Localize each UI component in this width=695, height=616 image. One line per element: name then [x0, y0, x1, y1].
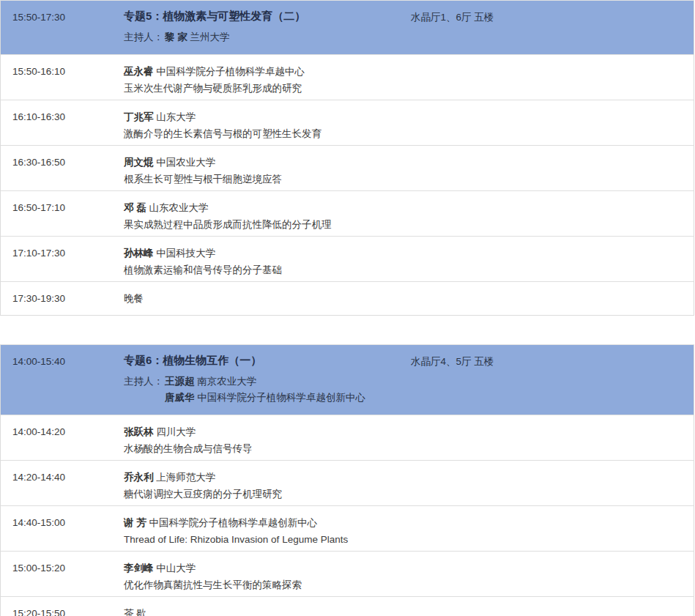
speaker-name: 谢 芳	[124, 517, 146, 528]
row-speaker-line: 乔永利 上海师范大学	[124, 470, 411, 485]
talk-title: 玉米次生代谢产物与硬质胚乳形成的研究	[124, 81, 411, 96]
host-affiliation: 南京农业大学	[197, 376, 256, 387]
row-speaker-line: 晚餐	[124, 292, 411, 306]
speaker-affiliation: 中国农业大学	[156, 157, 215, 168]
row-time: 14:40-15:00	[1, 516, 124, 551]
session-location: 水晶厅4、5厅 五楼	[411, 352, 694, 406]
row-time: 14:20-14:40	[1, 470, 124, 505]
host-name: 唐威华	[165, 392, 195, 403]
session-5-rows: 15:50-16:10 巫永睿 中国科学院分子植物科学卓越中心 玉米次生代谢产物…	[1, 54, 694, 315]
session-time: 15:50-17:30	[1, 8, 124, 45]
schedule-row: 14:40-15:00 谢 芳 中国科学院分子植物科学卓越创新中心 Thread…	[1, 505, 694, 551]
row-time: 16:50-17:10	[1, 201, 124, 236]
talk-title: 果实成熟过程中品质形成而抗性降低的分子机理	[124, 218, 411, 232]
host-name: 黎 家	[165, 31, 187, 42]
row-time: 17:10-17:30	[1, 246, 124, 281]
schedule-row: 15:50-16:10 巫永睿 中国科学院分子植物科学卓越中心 玉米次生代谢产物…	[1, 54, 694, 100]
session-5-table: 15:50-17:30 专题5：植物激素与可塑性发育（二） 主持人：黎 家 兰州…	[0, 0, 694, 316]
speaker-affiliation: 中山大学	[156, 563, 196, 574]
talk-title: 水杨酸的生物合成与信号传导	[124, 442, 411, 456]
session-location: 水晶厅1、6厅 五楼	[411, 8, 694, 45]
schedule-row: 16:50-17:10 邓 磊 山东农业大学 果实成熟过程中品质形成而抗性降低的…	[1, 190, 694, 236]
schedule-row: 14:20-14:40 乔永利 上海师范大学 糖代谢调控大豆疫病的分子机理研究	[1, 460, 694, 505]
session-title: 专题5：植物激素与可塑性发育（二）	[124, 8, 411, 24]
speaker-affiliation: 四川大学	[156, 426, 196, 437]
talk-title: 植物激素运输和信号传导的分子基础	[124, 263, 411, 278]
speaker-affiliation: 中国科学院分子植物科学卓越中心	[156, 66, 305, 77]
break-label: 茶 歇	[124, 608, 146, 616]
speaker-name: 乔永利	[124, 472, 154, 483]
session-host-line: 主持人：王源超 南京农业大学	[124, 374, 411, 390]
speaker-name: 张跃林	[124, 426, 154, 437]
row-speaker-line: 茶 歇	[124, 606, 411, 616]
session-6-header: 14:00-15:40 专题6：植物生物互作（一） 主持人：王源超 南京农业大学…	[1, 345, 694, 415]
speaker-name: 孙林峰	[124, 248, 154, 259]
row-speaker-line: 张跃林 四川大学	[124, 425, 411, 439]
schedule-row: 17:30-19:30 晚餐	[1, 281, 694, 315]
session-time: 14:00-15:40	[1, 352, 124, 406]
table-gap	[0, 316, 695, 344]
row-speaker-line: 邓 磊 山东农业大学	[124, 201, 411, 215]
row-time: 15:50-16:10	[1, 64, 124, 100]
row-speaker-line: 谢 芳 中国科学院分子植物科学卓越创新中心	[124, 516, 411, 530]
speaker-name: 巫永睿	[124, 66, 154, 77]
session-host-line: 唐威华 中国科学院分子植物科学卓越创新中心	[124, 390, 411, 406]
schedule-row: 16:10-16:30 丁兆军 山东大学 激酶介导的生长素信号与根的可塑性生长发…	[1, 100, 694, 145]
speaker-name: 邓 磊	[124, 202, 146, 213]
row-speaker-line: 巫永睿 中国科学院分子植物科学卓越中心	[124, 64, 411, 79]
speaker-name: 丁兆军	[124, 111, 154, 122]
schedule-row: 16:30-16:50 周文焜 中国农业大学 根系生长可塑性与根干细胞逆境应答	[1, 145, 694, 190]
row-time: 15:20-15:50	[1, 606, 124, 616]
talk-title: 根系生长可塑性与根干细胞逆境应答	[124, 172, 411, 187]
row-time: 14:00-14:20	[1, 425, 124, 460]
host-label: 主持人：	[124, 374, 165, 390]
row-speaker-line: 丁兆军 山东大学	[124, 110, 411, 125]
speaker-affiliation: 上海师范大学	[156, 472, 215, 483]
row-speaker-line: 孙林峰 中国科技大学	[124, 246, 411, 261]
talk-title: 糖代谢调控大豆疫病的分子机理研究	[124, 487, 411, 502]
talk-title: Thread of Life: Rhizobia Invasion of Leg…	[124, 532, 411, 547]
speaker-affiliation: 中国科学院分子植物科学卓越创新中心	[149, 517, 318, 528]
speaker-affiliation: 山东大学	[156, 111, 196, 122]
session-5-header: 15:50-17:30 专题5：植物激素与可塑性发育（二） 主持人：黎 家 兰州…	[1, 1, 694, 54]
talk-title: 激酶介导的生长素信号与根的可塑性生长发育	[124, 127, 411, 141]
row-time: 15:00-15:20	[1, 561, 124, 596]
speaker-affiliation: 中国科技大学	[156, 248, 215, 259]
speaker-name: 李剑峰	[124, 563, 154, 574]
host-affiliation: 中国科学院分子植物科学卓越创新中心	[197, 392, 365, 403]
schedule-row: 15:20-15:50 茶 歇	[1, 596, 694, 616]
host-label: 主持人：	[124, 29, 165, 45]
row-speaker-line: 李剑峰 中山大学	[124, 561, 411, 576]
conference-program-page: 15:50-17:30 专题5：植物激素与可塑性发育（二） 主持人：黎 家 兰州…	[0, 0, 695, 616]
row-time: 16:10-16:30	[1, 110, 124, 145]
speaker-name: 周文焜	[124, 157, 154, 168]
session-6-rows: 14:00-14:20 张跃林 四川大学 水杨酸的生物合成与信号传导 14:20…	[1, 415, 694, 616]
break-label: 晚餐	[124, 293, 144, 304]
row-time: 16:30-16:50	[1, 155, 124, 190]
schedule-row: 15:00-15:20 李剑峰 中山大学 优化作物真菌抗性与生长平衡的策略探索	[1, 551, 694, 596]
session-6-table: 14:00-15:40 专题6：植物生物互作（一） 主持人：王源超 南京农业大学…	[0, 344, 694, 616]
row-speaker-line: 周文焜 中国农业大学	[124, 155, 411, 170]
schedule-row: 17:10-17:30 孙林峰 中国科技大学 植物激素运输和信号传导的分子基础	[1, 236, 694, 281]
row-time: 17:30-19:30	[1, 292, 124, 315]
host-affiliation: 兰州大学	[190, 31, 230, 42]
session-host-line: 主持人：黎 家 兰州大学	[124, 29, 411, 45]
speaker-affiliation: 山东农业大学	[149, 202, 209, 213]
talk-title: 优化作物真菌抗性与生长平衡的策略探索	[124, 578, 411, 593]
session-title: 专题6：植物生物互作（一）	[124, 352, 411, 368]
schedule-row: 14:00-14:20 张跃林 四川大学 水杨酸的生物合成与信号传导	[1, 415, 694, 460]
host-name: 王源超	[165, 376, 195, 387]
